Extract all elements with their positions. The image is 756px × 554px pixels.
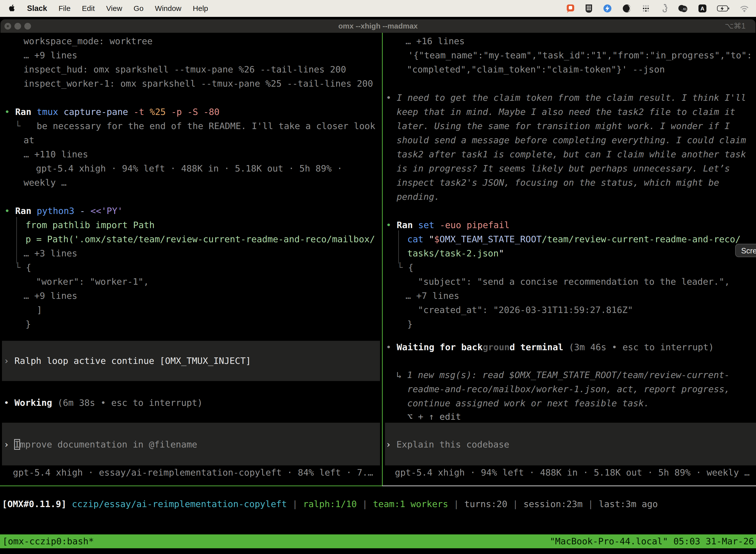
menu-edit[interactable]: Edit [82, 4, 95, 13]
left-input-band[interactable] [2, 423, 380, 465]
menu-window[interactable]: Window [155, 4, 182, 13]
window-title: omx --xhigh --madmax [0, 19, 756, 33]
tmux-session-window: [omx-cczip0:bash* [2, 535, 94, 548]
menu-bar-left: Slack File Edit View Go Window Help [0, 0, 208, 17]
menu-bar-status-icons: ..61 A [566, 0, 756, 17]
menu-view[interactable]: View [106, 4, 122, 13]
terminal-background [0, 33, 756, 554]
app-menu-slack[interactable]: Slack [27, 4, 47, 13]
right-pane-bottom-border [382, 486, 756, 486]
right-input-band[interactable] [385, 423, 756, 465]
menu-file[interactable]: File [59, 4, 70, 13]
input-source-icon[interactable]: A [698, 4, 707, 13]
pane-divider[interactable] [382, 33, 383, 486]
left-code-block-connector [16, 217, 17, 264]
apple-menu[interactable] [9, 4, 16, 13]
wifi-icon[interactable] [740, 4, 749, 12]
svg-text:A: A [700, 5, 704, 12]
chat-app-icon[interactable] [566, 4, 575, 13]
left-pane-bottom-border [0, 486, 382, 486]
menu-go[interactable]: Go [134, 4, 144, 13]
screen-sharing-overlay: Scre [735, 244, 756, 257]
dots-grid-icon[interactable] [641, 4, 650, 13]
crescent-circle-icon[interactable] [622, 4, 631, 13]
tmux-host-clock: "MacBook-Pro-44.local" 05:03 31-Mar-26 [550, 535, 754, 548]
battery-icon[interactable] [717, 5, 730, 12]
seahorse-icon[interactable] [660, 3, 668, 13]
right-code-block-connector [398, 230, 399, 264]
apple-icon [9, 4, 16, 12]
ralph-status-band [2, 341, 380, 381]
grid-shield-icon[interactable] [585, 3, 593, 13]
desktop: { "menu_bar": { "app_name": "Slack", "it… [0, 0, 756, 554]
bolt-circle-icon[interactable] [603, 4, 612, 13]
menu-bar: Slack File Edit View Go Window Help [0, 0, 756, 17]
tmux-status-bar: [omx-cczip0:bash* "MacBook-Pro-44.local"… [0, 535, 756, 548]
menu-help[interactable]: Help [193, 4, 208, 13]
battery-percentage-badge-icon[interactable]: ..61 [678, 4, 688, 13]
svg-text:..61: ..61 [681, 7, 687, 11]
window-shortcut-hint: ⌥⌘1 [725, 19, 746, 33]
title-bar[interactable]: omx --xhigh --madmax ⌥⌘1 [0, 19, 756, 33]
